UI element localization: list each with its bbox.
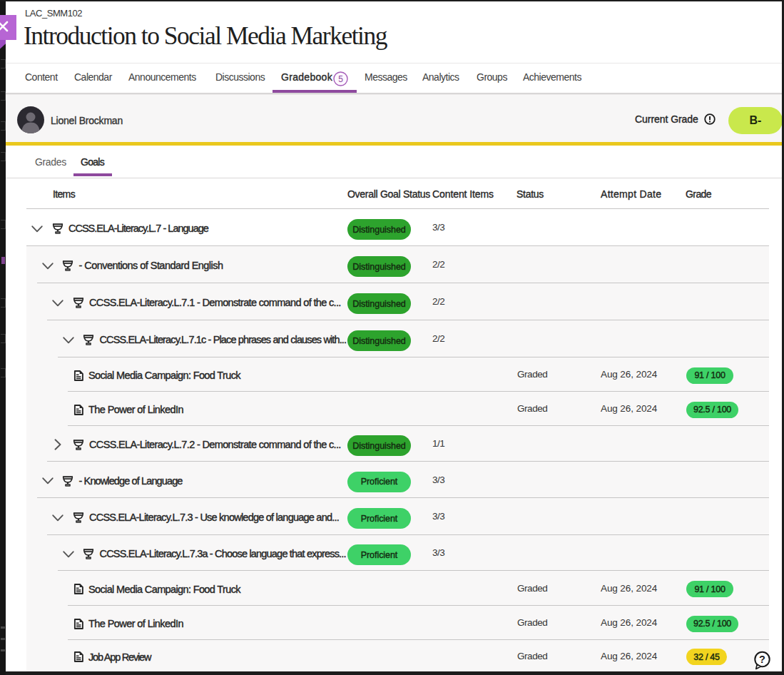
- svg-text:5: 5: [338, 74, 343, 84]
- svg-text:?: ?: [759, 654, 765, 665]
